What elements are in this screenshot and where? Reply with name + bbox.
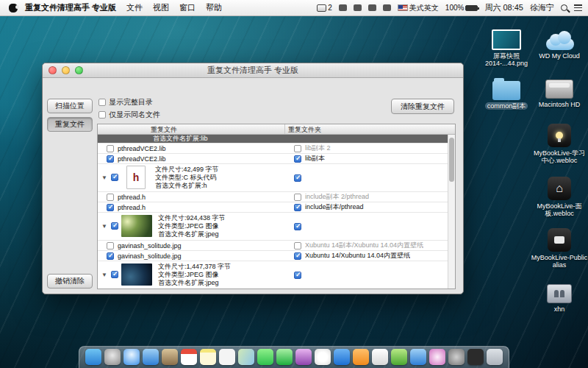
- disclosure-triangle-icon[interactable]: ▼: [101, 272, 108, 278]
- dock-icon-mail[interactable]: [143, 349, 159, 365]
- file-checkbox[interactable]: [107, 204, 114, 211]
- desktop-icon-label: xhn: [531, 305, 588, 313]
- table-row[interactable]: pthread.h include副本 2/pthread: [98, 192, 448, 202]
- dock-icon-numbers[interactable]: [391, 349, 407, 365]
- file-checkbox[interactable]: [107, 194, 114, 201]
- group-header-row[interactable]: ▼ 文件尺寸:1,447,378 字节 文件类型:JPEG 图像 首选文件名扩展…: [98, 261, 448, 289]
- disclosure-triangle-icon[interactable]: ▼: [101, 174, 108, 181]
- group-header-row[interactable]: ▼ h 文件尺寸:42,499 字节 文件类型:C 标头代码 首选文件名扩展:h: [98, 164, 448, 192]
- desktop-icon-mybooklive-panel[interactable]: ⌂ MyBookLive-面板.webloc: [531, 174, 588, 218]
- windows-icon: [317, 4, 326, 12]
- dock-icon-launchpad[interactable]: [104, 349, 121, 365]
- folder-checkbox[interactable]: [294, 242, 301, 250]
- show-full-path-checkbox[interactable]: [98, 99, 106, 106]
- desktop-icon-label: common副本: [485, 102, 528, 110]
- file-checkbox[interactable]: [107, 145, 114, 152]
- show-same-name-option[interactable]: 仅显示同名文件: [98, 110, 160, 120]
- window-count-status[interactable]: 2: [317, 4, 332, 12]
- desktop-icon-wd-my-cloud[interactable]: WD My Cloud: [531, 24, 588, 60]
- table-row[interactable]: pthreadVCE2.lib lib副本 2: [98, 144, 448, 154]
- battery-menu[interactable]: 100%: [445, 4, 478, 12]
- folder-checkbox[interactable]: [294, 145, 301, 152]
- scrollbar-thumb[interactable]: [449, 138, 454, 182]
- desktop-icon-screenshot[interactable]: 屏幕快照 2014-...44.png: [478, 24, 535, 68]
- dock-icon-photo-booth[interactable]: [295, 349, 312, 365]
- dock-icon-iphoto[interactable]: [429, 349, 445, 365]
- dock-icon-finder[interactable]: [85, 349, 101, 365]
- spotlight-icon[interactable]: [561, 4, 567, 11]
- airplay-menu-icon[interactable]: [383, 4, 391, 11]
- desktop-icon-label: Macintosh HD: [531, 101, 588, 108]
- file-checkbox[interactable]: [107, 155, 114, 163]
- file-checkbox[interactable]: [107, 242, 114, 250]
- desktop-icon-xhn[interactable]: xhn: [531, 277, 588, 313]
- menu-window[interactable]: 窗口: [179, 2, 196, 13]
- dock-icon-messages[interactable]: [257, 349, 273, 365]
- dock-icon-pages[interactable]: [372, 349, 388, 365]
- dock-icon-itunes[interactable]: [315, 349, 331, 365]
- display-menu-icon[interactable]: [339, 4, 347, 11]
- dock-icon-calendar[interactable]: [181, 349, 197, 365]
- group-checkbox[interactable]: [111, 174, 118, 181]
- dock-icon-reminders[interactable]: [219, 349, 235, 365]
- group-checkbox[interactable]: [111, 271, 118, 278]
- show-same-name-checkbox[interactable]: [98, 111, 106, 118]
- dock-icon-facetime[interactable]: [276, 349, 293, 365]
- undo-clean-button[interactable]: 撤销清除: [47, 274, 93, 289]
- user-menu[interactable]: 徐海宁: [530, 2, 554, 13]
- dock-icon-ibooks[interactable]: [353, 349, 369, 365]
- menu-file[interactable]: 文件: [126, 2, 143, 13]
- scan-locations-button[interactable]: 扫描位置: [47, 99, 93, 113]
- bluetooth-menu-icon[interactable]: [368, 4, 376, 11]
- folder-checkbox[interactable]: [294, 155, 301, 163]
- group-folder-checkbox[interactable]: [294, 272, 301, 279]
- column-duplicate-file[interactable]: 重复文件: [98, 124, 285, 134]
- menu-view[interactable]: 视图: [153, 2, 169, 13]
- disclosure-triangle-icon[interactable]: ▼: [101, 223, 108, 230]
- dock-icon-system-preferences[interactable]: [448, 349, 465, 365]
- file-checkbox[interactable]: [107, 252, 114, 260]
- close-button[interactable]: [49, 66, 57, 74]
- clean-duplicates-button[interactable]: 清除重复文件: [391, 99, 454, 114]
- group-checkbox[interactable]: [111, 222, 118, 230]
- table-row[interactable]: pthread.h include副本/pthread: [98, 202, 448, 213]
- desktop-icon-macintosh-hd[interactable]: Macintosh HD: [531, 72, 588, 108]
- folder-checkbox[interactable]: [294, 252, 301, 260]
- desktop-icon-common-copy[interactable]: common副本: [478, 74, 535, 110]
- column-duplicate-folder[interactable]: 重复文件夹: [285, 124, 455, 134]
- window-title: 重复文件清理高手 专业版: [207, 65, 298, 76]
- dock-icon-safari[interactable]: [123, 349, 140, 365]
- zoom-button[interactable]: [75, 66, 83, 74]
- dock-icon-trash[interactable]: [487, 349, 503, 365]
- notification-center-icon[interactable]: [574, 4, 582, 11]
- folder-checkbox[interactable]: [294, 204, 301, 211]
- dock-icon-app-store[interactable]: [334, 349, 350, 365]
- clock-menu[interactable]: 周六 08:45: [484, 2, 523, 13]
- minimize-button[interactable]: [62, 66, 70, 74]
- window-titlebar[interactable]: 重复文件清理高手 专业版: [43, 63, 463, 78]
- dock-icon-maps[interactable]: [238, 349, 254, 365]
- dock-icon-keynote[interactable]: [410, 349, 426, 365]
- dock-icon-contacts[interactable]: [162, 349, 178, 365]
- dock-icons: [85, 349, 503, 365]
- duplicate-files-button[interactable]: 重复文件: [47, 117, 93, 132]
- app-menu-title[interactable]: 重复文件清理高手 专业版: [25, 2, 116, 13]
- dock-icon-terminal[interactable]: [467, 349, 484, 365]
- table-row[interactable]: gavinash_solitude.jpg Xubuntu 14/Xubuntu…: [98, 251, 448, 261]
- input-source-menu[interactable]: 美式英文: [398, 3, 439, 13]
- menu-help[interactable]: 帮助: [206, 2, 222, 13]
- group-header-row[interactable]: ▼ 文件尺寸:924,438 字节 文件类型:JPEG 图像 首选文件名扩展:j…: [98, 213, 448, 241]
- sync-menu-icon[interactable]: [354, 4, 362, 11]
- table-row[interactable]: gavinash_solitude.jpg Xubuntu 14副本/Xubun…: [98, 241, 448, 251]
- table-scrollbar[interactable]: [448, 135, 455, 289]
- folder-checkbox[interactable]: [294, 194, 301, 201]
- apple-menu-icon[interactable]: [9, 4, 18, 13]
- dock-icon-notes[interactable]: [200, 349, 216, 365]
- desktop-icon-mybooklive-public[interactable]: MyBookLive-Public alias: [531, 225, 588, 269]
- bubbles-photo-thumbnail: [121, 263, 152, 286]
- group-folder-checkbox[interactable]: [294, 223, 301, 230]
- desktop-icon-mybooklive-study[interactable]: MyBookLive-学习中心.webloc: [531, 121, 588, 165]
- table-row[interactable]: pthreadVCE2.lib lib副本: [98, 154, 448, 164]
- show-full-path-option[interactable]: 显示完整目录: [98, 97, 160, 107]
- group-folder-checkbox[interactable]: [294, 174, 301, 182]
